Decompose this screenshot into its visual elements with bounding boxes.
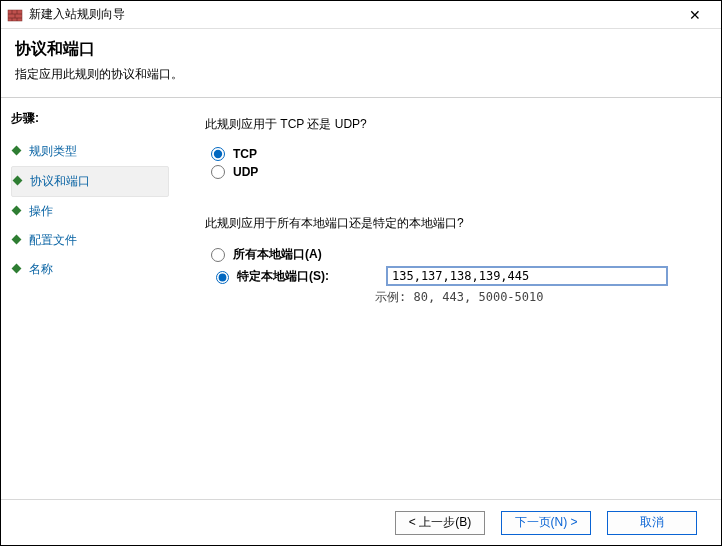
back-button[interactable]: < 上一步(B) — [395, 511, 485, 535]
sidebar-item-action[interactable]: 操作 — [11, 197, 169, 226]
sidebar-item-name[interactable]: 名称 — [11, 255, 169, 284]
protocol-tcp-row[interactable]: TCP — [211, 147, 695, 161]
ports-question: 此规则应用于所有本地端口还是特定的本地端口? — [205, 215, 695, 232]
sidebar-item-profile[interactable]: 配置文件 — [11, 226, 169, 255]
close-icon[interactable]: ✕ — [675, 7, 715, 23]
cancel-button[interactable]: 取消 — [607, 511, 697, 535]
ports-all-row[interactable]: 所有本地端口(A) — [211, 246, 695, 263]
page-title: 协议和端口 — [15, 39, 707, 60]
wizard-footer: < 上一步(B) 下一页(N) > 取消 — [1, 499, 721, 545]
radio-specific-ports[interactable] — [216, 271, 229, 284]
page-subtitle: 指定应用此规则的协议和端口。 — [15, 66, 707, 83]
all-ports-label: 所有本地端口(A) — [233, 246, 322, 263]
wizard-content: 此规则应用于 TCP 还是 UDP? TCP UDP 此规则应用于所有本地端口还… — [179, 98, 721, 506]
ports-example: 示例: 80, 443, 5000-5010 — [375, 289, 695, 306]
specific-ports-label: 特定本地端口(S): — [237, 268, 387, 285]
protocol-udp-row[interactable]: UDP — [211, 165, 695, 179]
udp-label: UDP — [233, 165, 258, 179]
window-title: 新建入站规则向导 — [29, 6, 675, 23]
specific-ports-input[interactable] — [387, 267, 667, 285]
radio-udp[interactable] — [211, 165, 225, 179]
sidebar-item-protocol-ports[interactable]: 协议和端口 — [11, 166, 169, 197]
protocol-question: 此规则应用于 TCP 还是 UDP? — [205, 116, 695, 133]
radio-tcp[interactable] — [211, 147, 225, 161]
steps-list: 规则类型 协议和端口 操作 配置文件 名称 — [11, 137, 169, 284]
steps-heading: 步骤: — [11, 110, 169, 127]
sidebar-item-rule-type[interactable]: 规则类型 — [11, 137, 169, 166]
titlebar: 新建入站规则向导 ✕ — [1, 1, 721, 29]
radio-all-ports[interactable] — [211, 248, 225, 262]
wizard-header: 协议和端口 指定应用此规则的协议和端口。 — [1, 29, 721, 98]
tcp-label: TCP — [233, 147, 257, 161]
next-button[interactable]: 下一页(N) > — [501, 511, 591, 535]
firewall-icon — [7, 7, 23, 23]
steps-sidebar: 步骤: 规则类型 协议和端口 操作 配置文件 名称 — [1, 98, 179, 506]
